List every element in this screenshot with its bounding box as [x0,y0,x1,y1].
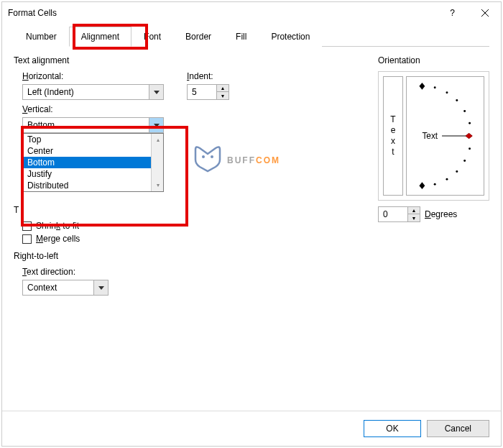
orientation-preview: T e x t [378,71,489,201]
indent-spinner[interactable]: ▲ ▼ [187,84,229,100]
horizontal-combo[interactable] [22,84,164,100]
vertical-option-distributed[interactable]: Distributed [23,180,163,191]
indent-label: Indent: [187,71,229,81]
tab-fill[interactable]: Fill [223,27,259,47]
svg-text:Text: Text [422,131,438,141]
ok-button[interactable]: OK [364,420,420,437]
degrees-down[interactable]: ▼ [408,214,420,221]
orientation-dial[interactable]: Text [406,76,484,196]
text-direction-combo[interactable] [22,280,109,296]
vertical-input[interactable] [23,118,149,132]
svg-marker-19 [466,133,473,139]
svg-marker-2 [154,91,160,94]
svg-marker-4 [98,286,104,290]
svg-marker-5 [419,83,425,90]
format-cells-dialog: Format Cells ? Number Alignment Font Bor… [1,1,502,447]
tab-bar: Number Alignment Font Border Fill Protec… [14,27,489,47]
orientation-vertical-text-button[interactable]: T e x t [383,76,403,196]
degrees-spinner[interactable]: ▲ ▼ [378,206,420,222]
help-button[interactable]: ? [436,2,469,24]
cancel-button[interactable]: Cancel [427,420,489,437]
close-icon [481,9,489,17]
svg-point-14 [463,160,466,162]
indent-input[interactable] [188,85,216,99]
close-button[interactable] [469,2,501,24]
text-alignment-label: Text alignment [14,55,364,65]
tab-font[interactable]: Font [131,27,173,47]
dialog-buttons: OK Cancel [2,411,501,446]
text-direction-label: Text direction: [22,267,364,277]
scroll-down-icon[interactable]: ▾ [152,179,164,191]
vertical-option-top[interactable]: Top [23,134,163,145]
indent-up[interactable]: ▲ [217,85,229,92]
scroll-up-icon[interactable]: ▴ [152,134,164,146]
chevron-down-icon [154,91,160,94]
shrink-label: Shrink to fit [36,221,79,231]
svg-point-15 [456,170,458,173]
svg-point-11 [463,110,466,112]
chevron-down-icon [98,286,104,290]
svg-point-9 [446,91,448,93]
window-title: Format Cells [8,8,57,18]
text-direction-input[interactable] [23,280,93,295]
vertical-combo[interactable] [22,117,164,133]
degrees-label: Degrees [425,209,457,219]
svg-point-8 [434,86,436,88]
chevron-down-icon [154,124,160,127]
tab-border[interactable]: Border [173,27,223,47]
titlebar: Format Cells ? [2,2,501,24]
degrees-input[interactable] [379,207,407,221]
degrees-up[interactable]: ▲ [408,207,420,214]
rtl-label: Right-to-left [14,251,364,261]
text-direction-dropdown-button[interactable] [93,280,108,295]
orientation-label: Orientation [378,55,489,65]
svg-point-13 [469,147,471,150]
vertical-option-center[interactable]: Center [23,145,163,157]
horizontal-input[interactable] [23,85,149,99]
vertical-option-justify[interactable]: Justify [23,168,163,180]
horizontal-dropdown-button[interactable] [149,85,163,99]
horizontal-label: Horizontal: [22,71,164,81]
orientation-dial-svg: Text [407,77,484,195]
vertical-option-bottom[interactable]: Bottom [23,157,163,168]
shrink-checkbox[interactable] [22,221,32,231]
merge-label: Merge cells [36,234,80,244]
svg-point-17 [434,183,436,186]
vertical-dropdown-button[interactable] [149,118,163,132]
tab-protection[interactable]: Protection [259,27,322,47]
svg-point-16 [446,178,448,180]
vertical-label: Vertical: [22,104,364,114]
svg-marker-6 [419,182,425,189]
svg-marker-3 [154,124,160,127]
dropdown-scrollbar[interactable]: ▴ ▾ [151,134,163,191]
merge-checkbox[interactable] [22,234,32,244]
text-control-label: Te [14,205,23,215]
vertical-dropdown-list: Top Center Bottom Justify Distributed ▴ … [22,133,164,192]
svg-point-12 [469,122,471,124]
indent-down[interactable]: ▼ [217,92,229,99]
tab-number[interactable]: Number [14,27,69,47]
svg-point-10 [456,99,458,101]
tab-alignment[interactable]: Alignment [69,27,131,47]
